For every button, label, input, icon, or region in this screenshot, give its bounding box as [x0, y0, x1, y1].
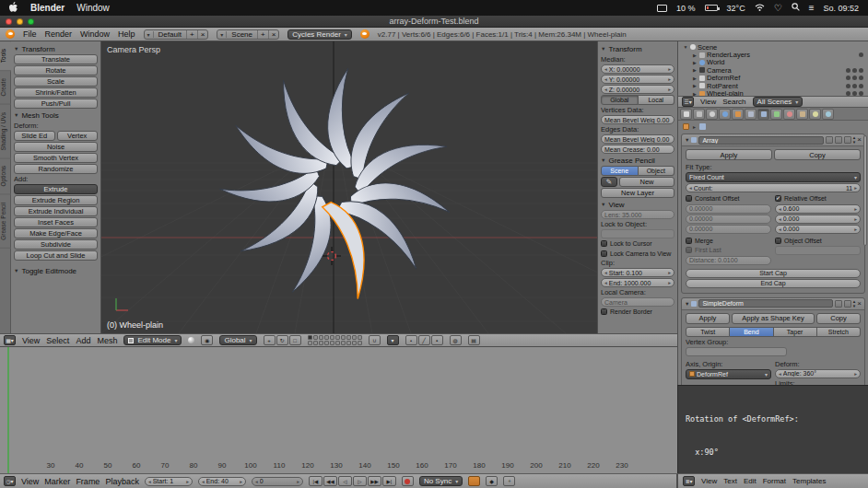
- view-panel-header[interactable]: ▼View: [601, 199, 674, 210]
- transform-panel-header[interactable]: ▼Transform: [14, 43, 98, 54]
- render-engine-dropdown[interactable]: Cycles Render ▾: [287, 29, 351, 40]
- layers-widget[interactable]: [308, 335, 362, 345]
- render-visibility-icon[interactable]: [826, 136, 833, 144]
- face-select-mode-icon[interactable]: ▪: [431, 335, 443, 345]
- outliner-view-menu[interactable]: View: [700, 98, 716, 106]
- layer-dot[interactable]: [308, 335, 312, 340]
- arrow-left-icon[interactable]: ◂: [148, 479, 151, 484]
- outliner-display-dropdown[interactable]: All Scenes▾: [753, 97, 803, 107]
- editor-type-icon[interactable]: ☰▾: [682, 97, 694, 107]
- properties-scrollbar[interactable]: [863, 135, 867, 246]
- layer-dot[interactable]: [330, 335, 334, 340]
- extrude-individual-button[interactable]: Extrude Individual: [14, 206, 98, 216]
- object-tab[interactable]: [732, 109, 744, 120]
- arrow-right-icon[interactable]: ▸: [186, 479, 189, 484]
- mean-bevel-weight-vertex-field[interactable]: Mean Bevel Weig 0.00: [601, 115, 674, 124]
- tl-frame-menu[interactable]: Frame: [76, 477, 100, 486]
- play-reverse-button[interactable]: ◁: [338, 476, 352, 486]
- checkbox-icon[interactable]: [601, 308, 607, 315]
- editor-type-icon[interactable]: ≣▾: [683, 476, 695, 486]
- manipulator-rotate-icon[interactable]: ↻: [276, 335, 288, 345]
- spotlight-icon[interactable]: [792, 3, 800, 13]
- offset-object-field[interactable]: [775, 246, 861, 255]
- median-y-field[interactable]: ◂Y: 0.00000▸: [601, 75, 674, 84]
- prev-keyframe-button[interactable]: ◀◀: [323, 476, 337, 486]
- add-menu[interactable]: Add: [76, 336, 90, 345]
- randomize-button[interactable]: Randomize: [14, 164, 98, 174]
- object-offset-checkbox[interactable]: Object Offset: [775, 237, 861, 245]
- selectability-icon[interactable]: [852, 84, 857, 88]
- editor-type-icon[interactable]: ◷▾: [4, 476, 16, 486]
- snap-magnet-icon[interactable]: ∪: [369, 335, 381, 345]
- world-tab[interactable]: [719, 109, 731, 120]
- noise-button[interactable]: Noise: [14, 142, 98, 152]
- translate-button[interactable]: Translate: [14, 54, 98, 64]
- layer-dot[interactable]: [335, 335, 340, 340]
- apple-menu[interactable]: [9, 2, 18, 15]
- arrow-left-icon[interactable]: ◂: [604, 280, 607, 285]
- arrow-left-icon[interactable]: ◂: [779, 227, 781, 232]
- arrow-right-icon[interactable]: ▸: [668, 76, 671, 82]
- manipulator-translate-icon[interactable]: +: [264, 335, 276, 345]
- scene-delete-icon[interactable]: ×: [268, 30, 279, 39]
- arrow-right-icon[interactable]: ▸: [297, 479, 299, 484]
- arrow-right-icon[interactable]: ▸: [668, 270, 671, 275]
- modifiers-tab[interactable]: [757, 109, 769, 120]
- menu-file[interactable]: File: [23, 29, 37, 39]
- mean-crease-field[interactable]: Mean Crease: 0.00: [601, 145, 674, 154]
- arrow-right-icon[interactable]: ▸: [854, 185, 857, 191]
- vertex-select-mode-icon[interactable]: •: [405, 335, 417, 345]
- app-menu-blender[interactable]: Blender: [30, 3, 65, 13]
- screen-layout-selector[interactable]: ▾ Default + ×: [144, 29, 209, 40]
- viewport-shading-icon[interactable]: [188, 337, 194, 343]
- selectability-icon[interactable]: [852, 68, 857, 73]
- start-cap-field[interactable]: Start Cap: [686, 269, 861, 278]
- jump-end-button[interactable]: ▶|: [382, 476, 396, 486]
- blender-app-icon[interactable]: [6, 29, 15, 39]
- expand-icon[interactable]: ▼: [683, 44, 688, 50]
- end-cap-field[interactable]: End Cap: [686, 279, 861, 288]
- timeline-editor[interactable]: 30 40 50 60 70 80 90 100 110 120 130 140…: [0, 347, 677, 474]
- keying-set-icon[interactable]: ◆: [486, 476, 498, 486]
- layer-dot[interactable]: [346, 341, 351, 345]
- renderability-icon[interactable]: [859, 68, 863, 73]
- median-z-field[interactable]: ◂Z: 0.00000▸: [601, 85, 674, 94]
- fit-type-dropdown[interactable]: Fixed Count▾: [686, 172, 861, 182]
- delete-modifier-icon[interactable]: ×: [857, 300, 862, 308]
- local-toggle[interactable]: Local: [639, 95, 675, 105]
- frame-start-field[interactable]: ◂Start: 1▸: [145, 477, 193, 486]
- zoom-window-button[interactable]: [28, 18, 34, 25]
- layer-dot[interactable]: [352, 341, 357, 345]
- checkbox-icon[interactable]: [686, 195, 692, 202]
- checkbox-icon[interactable]: [601, 240, 607, 247]
- layer-dot[interactable]: [324, 335, 329, 340]
- arrow-left-icon[interactable]: ◂: [604, 87, 607, 92]
- relative-offset-x-field[interactable]: ◂0.600▸: [775, 204, 861, 214]
- clip-start-field[interactable]: ◂Start: 0.100▸: [601, 268, 674, 277]
- text-view-menu[interactable]: View: [701, 477, 717, 485]
- opengl-render-icon[interactable]: ▤: [468, 335, 480, 345]
- play-button[interactable]: ▷: [353, 476, 367, 486]
- extrude-menu-button[interactable]: Extrude: [14, 184, 98, 194]
- expand-icon[interactable]: ▶: [692, 67, 698, 73]
- view-menu[interactable]: View: [22, 336, 40, 345]
- redo-panel-header[interactable]: ▼Toggle Editmode: [14, 265, 98, 276]
- apply-as-shape-key-button[interactable]: Apply as Shape Key: [732, 313, 815, 324]
- mean-bevel-weight-edge-field[interactable]: Mean Bevel Weig 0.00: [601, 134, 674, 144]
- relative-offset-z-field[interactable]: ◂0.000▸: [775, 225, 861, 234]
- physics-tab[interactable]: [822, 109, 834, 120]
- text-text-menu[interactable]: Text: [723, 477, 737, 485]
- menu-render[interactable]: Render: [45, 29, 73, 39]
- current-frame-field[interactable]: ◂0▸: [252, 477, 303, 486]
- scene-tab[interactable]: [706, 109, 718, 120]
- render-visibility-icon[interactable]: [835, 300, 842, 308]
- object-data-tab[interactable]: [770, 109, 782, 120]
- minimize-window-button[interactable]: [17, 18, 23, 25]
- layer-dot[interactable]: [358, 341, 362, 345]
- arrow-right-icon[interactable]: ▸: [854, 206, 857, 212]
- arrow-left-icon[interactable]: ◂: [779, 206, 781, 212]
- arrow-left-icon[interactable]: ◂: [202, 479, 205, 484]
- lock-to-cursor-checkbox[interactable]: Lock to Cursor: [601, 239, 674, 248]
- checkbox-icon[interactable]: [686, 238, 692, 244]
- subdivide-button[interactable]: Subdivide: [14, 239, 98, 250]
